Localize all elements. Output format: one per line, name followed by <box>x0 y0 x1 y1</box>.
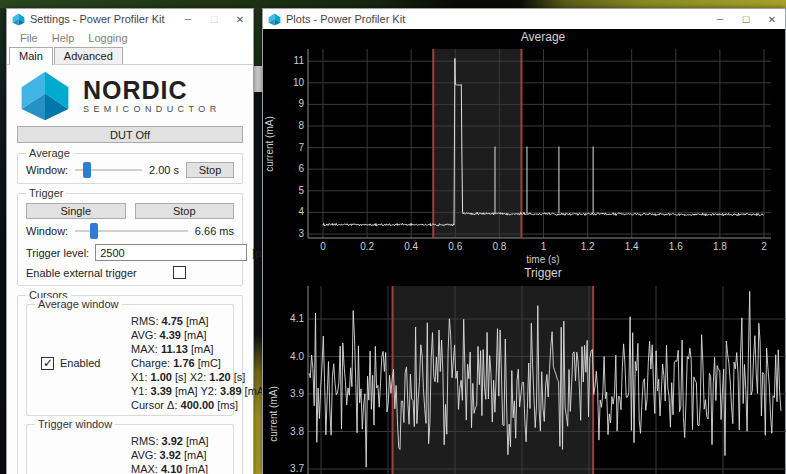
cursors-group: Cursors Average window Enabled RMS: 4.75… <box>17 295 243 474</box>
trigger-window-slider[interactable] <box>75 223 188 239</box>
trigger-chart-title: Trigger <box>524 266 562 280</box>
settings-titlebar[interactable]: Settings - Power Profiler Kit <box>7 9 253 29</box>
average-group-label: Average <box>26 147 73 159</box>
average-ylabel: current (mA) <box>264 116 275 172</box>
tab-main[interactable]: Main <box>9 47 53 65</box>
trigger-single-button[interactable]: Single <box>26 203 126 219</box>
background-window-sliver <box>254 66 262 92</box>
average-group: Average Window: 2.00 s Stop <box>17 153 243 184</box>
average-window-subgroup-label: Average window <box>35 298 122 310</box>
nordic-app-icon <box>12 13 25 26</box>
trigger-ylabel: current (mA) <box>268 386 279 442</box>
y-tick-label: 4.1 <box>290 313 304 324</box>
close-icon[interactable] <box>759 9 785 29</box>
y-tick-label: 9 <box>298 98 304 109</box>
minimize-icon[interactable] <box>707 9 733 29</box>
stat-line: MAX: 11.13 [mA] <box>131 342 267 356</box>
nordic-logo: NORDIC SEMICONDUCTOR <box>17 69 243 122</box>
trigger-group: Trigger Single Stop Window: 6.66 ms Trig… <box>17 193 243 286</box>
plots-canvas[interactable]: Average3456789101100.20.40.60.811.21.41.… <box>263 29 785 474</box>
stat-line: Y1: 3.39 [mA] Y2: 3.89 [mA] <box>131 384 267 398</box>
y-tick-label: 6 <box>298 163 304 174</box>
plots-titlebar[interactable]: Plots - Power Profiler Kit <box>263 9 785 29</box>
trigger-window-subgroup-label: Trigger window <box>35 418 115 430</box>
x-tick-label: 0.2 <box>360 241 374 252</box>
average-window-slider[interactable] <box>75 162 142 178</box>
trigger-level-label: Trigger level: <box>26 247 89 259</box>
y-tick-label: 3 <box>298 228 304 239</box>
x-tick-label: 1 <box>541 241 547 252</box>
average-window-stats: RMS: 4.75 [mA]AVG: 4.39 [mA]MAX: 11.13 [… <box>131 314 267 412</box>
x-tick-label: 0.6 <box>448 241 462 252</box>
x-tick-label: 0 <box>320 241 326 252</box>
desktop-wallpaper-top <box>0 0 786 8</box>
trigger-stop-button[interactable]: Stop <box>135 203 235 219</box>
logo-brand-text: NORDIC <box>83 77 221 103</box>
y-tick-label: 5 <box>298 185 304 196</box>
settings-tabbar: Main Advanced <box>7 47 253 65</box>
y-tick-label: 3.9 <box>290 388 304 399</box>
logo-subtitle-text: SEMICONDUCTOR <box>83 104 221 114</box>
external-trigger-label: Enable external trigger <box>26 267 137 279</box>
y-tick-label: 3.8 <box>290 426 304 437</box>
trigger-group-label: Trigger <box>26 187 66 199</box>
trigger-window-label: Window: <box>26 225 68 237</box>
x-tick-label: 0.4 <box>404 241 418 252</box>
stat-line: X1: 1.00 [s] X2: 1.20 [s] <box>131 370 267 384</box>
stat-line: RMS: 4.75 [mA] <box>131 314 267 328</box>
x-tick-label: 1.8 <box>713 241 727 252</box>
dut-off-button[interactable]: DUT Off <box>17 126 243 143</box>
slider-thumb[interactable] <box>90 223 98 239</box>
y-tick-label: 4 <box>298 206 304 217</box>
trigger-window-stats: RMS: 3.92 [mA]AVG: 3.92 [mA]MAX: 4.10 [m… <box>131 434 267 474</box>
x-tick-label: 1.4 <box>625 241 639 252</box>
maximize-icon[interactable] <box>733 9 759 29</box>
trigger-window-subgroup: Trigger window Enabled RMS: 3.92 [mA]AVG… <box>26 424 234 474</box>
average-window-label: Window: <box>26 164 68 176</box>
stat-line: RMS: 3.92 [mA] <box>131 434 267 448</box>
settings-window: Settings - Power Profiler Kit File Help … <box>6 8 254 474</box>
stat-line: MAX: 4.10 [mA] <box>131 462 267 474</box>
nordic-logo-icon <box>17 70 73 122</box>
menu-logging[interactable]: Logging <box>81 32 134 44</box>
x-tick-label: 2 <box>761 241 767 252</box>
tab-advanced[interactable]: Advanced <box>54 47 123 64</box>
x-tick-label: 1.2 <box>581 241 595 252</box>
average-enabled-checkbox[interactable] <box>41 357 54 370</box>
menu-help[interactable]: Help <box>45 32 82 44</box>
slider-thumb[interactable] <box>83 162 91 178</box>
minimize-icon[interactable] <box>175 9 201 29</box>
charts-svg: Average3456789101100.20.40.60.811.21.41.… <box>263 29 786 474</box>
average-stop-button[interactable]: Stop <box>186 162 234 178</box>
nordic-app-icon <box>268 13 281 26</box>
trigger-level-input[interactable] <box>95 244 247 261</box>
trigger-window-value: 6.66 ms <box>195 225 234 237</box>
close-icon[interactable] <box>227 9 253 29</box>
menu-file[interactable]: File <box>13 32 45 44</box>
x-tick-label: 1.6 <box>669 241 683 252</box>
maximize-icon[interactable] <box>201 9 227 29</box>
average-window-subgroup: Average window Enabled RMS: 4.75 [mA]AVG… <box>26 304 234 416</box>
y-tick-label: 10 <box>293 77 305 88</box>
external-trigger-checkbox[interactable] <box>173 266 186 279</box>
average-xlabel: time (s) <box>526 254 559 265</box>
plots-window: Plots - Power Profiler Kit Average345678… <box>262 8 786 474</box>
x-tick-label: 0.8 <box>492 241 506 252</box>
settings-window-title: Settings - Power Profiler Kit <box>30 13 175 25</box>
average-chart-title: Average <box>521 30 566 44</box>
average-window-value: 2.00 s <box>149 164 179 176</box>
y-tick-label: 3.7 <box>290 463 304 474</box>
average-cursor-region[interactable] <box>433 49 521 238</box>
plots-window-title: Plots - Power Profiler Kit <box>286 13 707 25</box>
y-tick-label: 7 <box>298 142 304 153</box>
y-tick-label: 4.0 <box>290 351 304 362</box>
y-tick-label: 11 <box>294 55 305 66</box>
average-enabled-label: Enabled <box>60 357 100 369</box>
stat-line: AVG: 4.39 [mA] <box>131 328 267 342</box>
y-tick-label: 8 <box>298 120 304 131</box>
stat-line: Cursor Δ: 400.00 [ms] <box>131 398 267 412</box>
stat-line: Charge: 1.76 [mC] <box>131 356 267 370</box>
stat-line: AVG: 3.92 [mA] <box>131 448 267 462</box>
settings-menubar: File Help Logging <box>7 29 253 47</box>
